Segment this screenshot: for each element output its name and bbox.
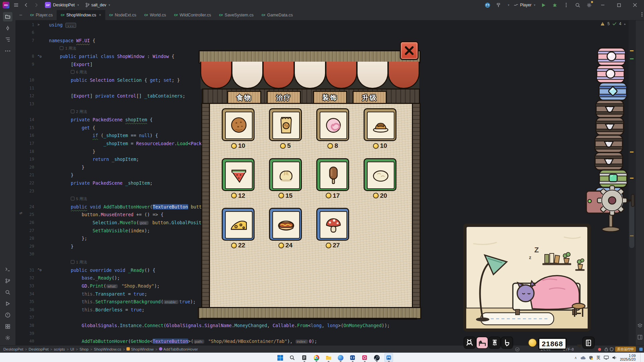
security-shield-icon[interactable] [589, 356, 593, 360]
notification-dot[interactable] [598, 346, 601, 353]
more-tools-icon[interactable] [3, 46, 12, 56]
shop-tab-4[interactable]: 升级 [353, 91, 387, 104]
find-tool-icon[interactable] [3, 288, 12, 297]
taskbar-app-game[interactable] [384, 353, 393, 362]
onedrive-cloud-icon[interactable] [580, 356, 586, 360]
window-close-button[interactable] [629, 0, 641, 10]
gacha-machine[interactable] [584, 181, 644, 235]
item-price: 17 [316, 192, 349, 200]
run-tool-icon[interactable] [3, 299, 12, 308]
shop-item-candy-swirl[interactable] [316, 108, 349, 141]
settings-gear-icon[interactable] [586, 2, 592, 8]
taskbar-app-search[interactable] [288, 353, 297, 362]
taskbar-app-files[interactable] [300, 353, 309, 362]
more-actions-icon[interactable] [563, 2, 570, 8]
shop-close-button[interactable] [400, 41, 419, 60]
services-tool-icon[interactable] [3, 322, 12, 331]
breadcrumb-item[interactable]: ShopWindow.cs [94, 347, 121, 351]
editor-tab-nodeext-cs[interactable]: C#NodeExt.cs [105, 10, 140, 20]
editor-tab-gamedata-cs[interactable]: C#GameData.cs [258, 10, 297, 20]
breadcrumb-item[interactable]: DesktopPet [3, 347, 23, 351]
sleep-button[interactable] [477, 337, 488, 348]
structure-tool-icon[interactable] [3, 35, 12, 44]
breadcrumb-item[interactable]: UI [70, 347, 74, 351]
shop-item-cheese[interactable] [222, 208, 255, 241]
breadcrumb-item[interactable]: Shop [79, 347, 89, 351]
code-line[interactable]: 1>using ... [15, 21, 635, 29]
breadcrumb-item[interactable]: DesktopPet [29, 347, 48, 351]
taskbar-app-code[interactable] [348, 353, 357, 362]
layout-tool-icon[interactable] [636, 333, 644, 342]
chevron-down-icon[interactable]: ▾ [508, 3, 509, 7]
editor-tab-player-cs[interactable]: C#Player.cs [26, 10, 57, 20]
taskbar-app-start[interactable] [276, 353, 284, 362]
project-tool-icon[interactable] [3, 12, 12, 21]
project-selector[interactable]: DP DesktopPet ▾ [45, 2, 79, 8]
godot-engine-icon[interactable] [484, 2, 491, 8]
editor-tab-savesystem-cs[interactable]: C#SaveSystem.cs [215, 10, 258, 20]
git-tool-icon[interactable] [3, 276, 12, 286]
taskbar-app-chrome[interactable] [312, 353, 321, 362]
code-line[interactable]: 6 [15, 29, 635, 37]
settings-tool-icon[interactable] [3, 333, 12, 343]
shop-tab-1[interactable]: 食物 [227, 91, 261, 104]
tab-options-icon[interactable] [641, 12, 643, 18]
taskbar-app-steam[interactable] [372, 353, 381, 362]
inspections-widget[interactable]: 5 4 ▴ [600, 21, 626, 26]
build-hammer-icon[interactable] [496, 2, 502, 8]
taskbar-app-photos[interactable] [360, 353, 369, 362]
tab-close-icon[interactable]: × [99, 13, 101, 17]
speaker-icon[interactable] [612, 356, 616, 360]
shop-item-bun[interactable] [269, 158, 302, 191]
breadcrumb-item[interactable]: ShopWindow [126, 347, 154, 351]
code-line[interactable]: 7namespace WF.UI { [15, 37, 635, 45]
search-everywhere-icon[interactable] [574, 2, 581, 8]
machine-gear-icon[interactable] [597, 186, 627, 215]
shop-item-hotdog[interactable] [269, 208, 302, 241]
shop-item-cookie[interactable] [222, 108, 255, 141]
branch-selector[interactable]: salt_dev ▾ [86, 3, 110, 7]
toilet-button[interactable] [501, 337, 513, 348]
window-maximize-button[interactable] [613, 0, 625, 10]
status-layout-icon[interactable] [639, 346, 643, 353]
shop-item-mushroom[interactable] [316, 208, 349, 241]
taskbar-app-edge[interactable] [336, 353, 345, 362]
run-configuration[interactable]: Player ▾ [514, 3, 535, 7]
commit-tool-icon[interactable] [3, 23, 12, 33]
problems-tool-icon[interactable] [3, 310, 12, 320]
window-minimize-button[interactable] [597, 0, 608, 10]
wash-button[interactable] [489, 337, 500, 348]
breadcrumbs[interactable]: DesktopPet>DesktopPet>scripts>UI>Shop>Sh… [0, 347, 198, 351]
editor-tab-world-cs[interactable]: C#World.cs [140, 10, 170, 20]
show-desktop-button[interactable] [640, 353, 642, 362]
main-menu-icon[interactable] [13, 2, 19, 8]
network-display-icon[interactable] [604, 356, 609, 360]
breadcrumb-item[interactable]: AddTabButtonHover [159, 347, 198, 351]
tray-chevron-icon[interactable]: ∧ [574, 356, 577, 360]
ime-indicator[interactable]: 英 [596, 355, 600, 361]
breadcrumb-item[interactable]: scripts [54, 347, 65, 351]
debug-button[interactable] [551, 2, 558, 8]
shop-item-pudding[interactable] [364, 108, 396, 141]
terminal-tool-icon[interactable] [3, 265, 12, 274]
machine-crank-handle[interactable] [631, 194, 634, 206]
shop-item-popsicle[interactable] [316, 158, 349, 191]
pet-button[interactable] [464, 337, 475, 348]
shop-tab-2[interactable]: 治疗 [267, 91, 301, 104]
shop-item-snack-bag[interactable] [269, 108, 302, 141]
taskbar-clock[interactable]: 1:09 2025/5/20 [620, 354, 636, 361]
hide-tabs-icon[interactable] [17, 12, 24, 18]
exit-door-button[interactable] [583, 337, 594, 348]
background-task-badge[interactable]: 后台运行中 [615, 346, 636, 353]
rider-logo-icon[interactable]: RD [3, 2, 9, 8]
editor-tab-shopwindow-cs[interactable]: C#ShopWindow.cs× [57, 10, 105, 20]
layers-tool-icon[interactable] [636, 321, 644, 330]
forward-icon[interactable] [33, 2, 40, 8]
back-icon[interactable] [23, 2, 30, 8]
editor-tab-wildcontroller-cs[interactable]: C#WildController.cs [170, 10, 215, 20]
shop-tab-3[interactable]: 装饰 [313, 91, 347, 104]
taskbar-app-explorer[interactable] [324, 353, 333, 362]
shop-item-dough[interactable] [364, 158, 396, 191]
run-button[interactable] [540, 2, 547, 8]
shop-item-watermelon[interactable] [222, 158, 255, 191]
